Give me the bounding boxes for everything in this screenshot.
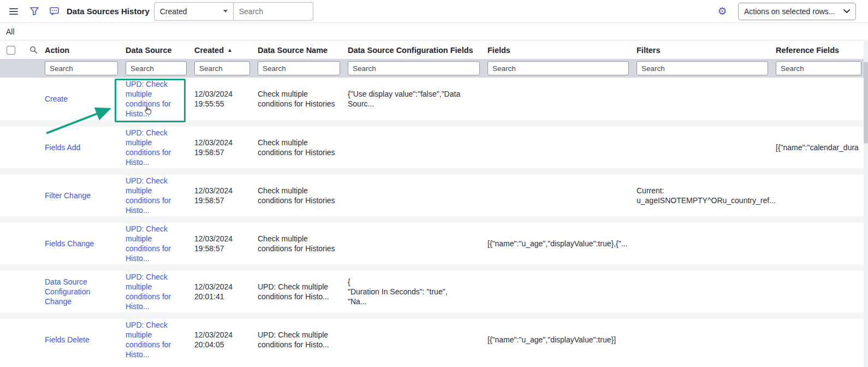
cell-action: Filter Change [45, 191, 126, 200]
column-header-fields[interactable]: Fields [487, 46, 637, 55]
cell-config-fields: {"Use display value":"false","Data Sourc… [348, 89, 487, 109]
cell-created: 12/03/2024 19:55:55 [194, 89, 258, 109]
cell-created: 12/03/2024 19:58:57 [194, 234, 258, 253]
data-source-link[interactable]: UPD: Check multiple conditions for Histo… [126, 79, 171, 119]
filter-input-filters[interactable] [637, 61, 768, 75]
filter-input-config-fields[interactable] [348, 61, 480, 75]
table-row: Create UPD: Check multiple conditions fo… [0, 78, 868, 120]
cell-created: 12/03/2024 19:58:57 [194, 186, 258, 205]
column-header-reference-fields[interactable]: Reference Fields [776, 46, 868, 55]
cell-action: Fields Delete [45, 335, 126, 345]
cell-data-source-name: Check multiple conditions for Histories [258, 234, 348, 253]
chevron-down-icon [843, 9, 850, 13]
action-link[interactable]: Create [45, 94, 68, 104]
cell-created: 12/03/2024 19:58:57 [194, 138, 258, 157]
vertical-scrollbar-track[interactable] [864, 41, 868, 367]
menu-icon[interactable] [5, 3, 22, 20]
action-link[interactable]: Filter Change [45, 191, 91, 200]
breadcrumb-all[interactable]: All [6, 27, 15, 36]
cell-data-source-name: UPD: Check multiple conditions for Histo… [258, 330, 348, 350]
cell-filters: Current: u_ageISNOTEMPTY^ORu_country_ref… [637, 186, 776, 205]
filter-input-fields[interactable] [487, 61, 629, 75]
search-column-select[interactable]: Created [154, 2, 234, 21]
action-link[interactable]: Fields Add [45, 143, 80, 152]
cell-action: Fields Add [45, 143, 126, 152]
sort-ascending-icon: ▲ [227, 48, 233, 53]
filter-input-reference-fields[interactable] [776, 61, 861, 75]
cell-fields: [{"name":"u_age","displayValue":true},{"… [487, 239, 637, 248]
column-header-filters[interactable]: Filters [637, 46, 776, 55]
vertical-scrollbar-thumb[interactable] [864, 62, 868, 144]
data-source-link[interactable]: UPD: Check multiple conditions for Histo… [126, 128, 171, 167]
cell-action: Fields Change [45, 239, 126, 248]
action-link[interactable]: Fields Change [45, 239, 94, 248]
filter-input-action[interactable] [45, 61, 118, 75]
filter-icon[interactable] [26, 3, 43, 20]
table-row: Filter Change UPD: Check multiple condit… [0, 168, 868, 216]
row-search-icon[interactable] [22, 46, 45, 54]
actions-dropdown[interactable]: Actions on selected rows... [738, 3, 856, 20]
table-row: Fields Delete UPD: Check multiple condit… [0, 312, 868, 360]
cell-data-source: UPD: Check multiple conditions for Histo… [126, 128, 194, 167]
cell-config-fields: { "Duration In Seconds": "true", "Na... [348, 277, 487, 306]
table-row: Fields Add UPD: Check multiple condition… [0, 120, 868, 168]
table-body: Create UPD: Check multiple conditions fo… [0, 78, 868, 367]
page-title: Data Sources History [67, 7, 150, 16]
table-row: Fields Change UPD: Check multiple condit… [0, 216, 868, 264]
toolbar-search-input[interactable] [234, 2, 313, 21]
column-header-data-source-name[interactable]: Data Source Name [258, 46, 348, 55]
filter-input-data-source[interactable] [126, 61, 187, 75]
cell-fields: [{"name":"u_age","displayValue":true}] [487, 335, 637, 345]
data-source-link[interactable]: UPD: Check multiple conditions for Histo… [126, 320, 171, 359]
data-source-link[interactable]: UPD: Check multiple conditions for Histo… [126, 176, 171, 215]
cell-reference-fields: [{"name":"calendar_dura [776, 143, 868, 152]
chevron-down-icon [223, 10, 228, 13]
cell-action: Data Source Configuration Change [45, 277, 126, 306]
search-column-select-value: Created [160, 7, 187, 16]
cell-data-source: UPD: Check multiple conditions for Histo… [126, 79, 194, 119]
table-header-row: Action Data Source Created▲ Data Source … [0, 41, 868, 59]
data-source-link[interactable]: UPD: Check multiple conditions for Histo… [126, 224, 171, 263]
cell-action: Create [45, 94, 126, 104]
actions-dropdown-value: Actions on selected rows... [744, 7, 835, 16]
cell-data-source: UPD: Check multiple conditions for Histo… [126, 224, 194, 263]
cell-data-source: UPD: Check multiple conditions for Histo… [126, 176, 194, 215]
toolbar: Data Sources History Created ⚙ Actions o… [0, 0, 868, 23]
breadcrumb: All [0, 23, 868, 40]
cell-data-source-name: UPD: Check multiple conditions for Histo… [258, 282, 348, 301]
data-source-link[interactable]: UPD: Check multiple conditions for Histo… [126, 272, 171, 311]
filter-input-data-source-name[interactable] [258, 61, 340, 75]
column-filter-row [0, 59, 868, 78]
gear-icon[interactable]: ⚙ [714, 3, 730, 20]
column-header-created[interactable]: Created▲ [194, 46, 258, 55]
cell-data-source: UPD: Check multiple conditions for Histo… [126, 320, 194, 359]
cell-data-source: UPD: Check multiple conditions for Histo… [126, 272, 194, 311]
action-link[interactable]: Fields Delete [45, 335, 90, 345]
chat-bubble-icon[interactable] [46, 3, 62, 20]
table-row: Data Source Configuration Change UPD: Ch… [0, 264, 868, 312]
cell-data-source-name: Check multiple conditions for Histories [258, 89, 348, 109]
select-all-checkbox[interactable] [7, 46, 15, 55]
cell-created: 12/03/2024 20:04:05 [194, 330, 258, 350]
column-header-config-fields[interactable]: Data Source Configuration Fields [348, 46, 487, 55]
filter-input-created[interactable] [194, 61, 250, 75]
column-header-action[interactable]: Action [45, 46, 126, 55]
cell-created: 12/03/2024 20:01:41 [194, 282, 258, 301]
cell-data-source-name: Check multiple conditions for Histories [258, 186, 348, 205]
action-link[interactable]: Data Source Configuration Change [45, 277, 90, 306]
cell-data-source-name: Check multiple conditions for Histories [258, 138, 348, 157]
column-header-data-source[interactable]: Data Source [126, 46, 194, 55]
